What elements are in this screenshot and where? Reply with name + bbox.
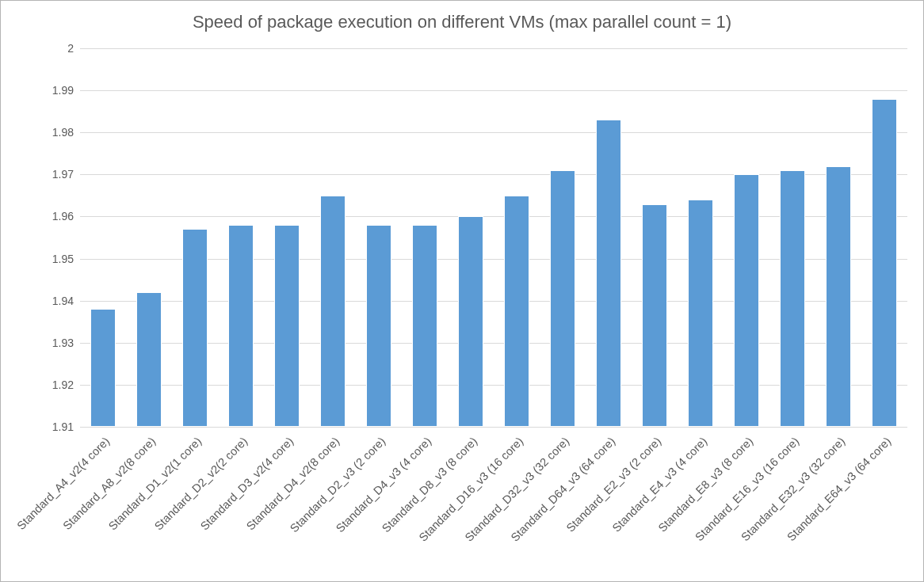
x-axis-labels: Standard_A4_v2(4 core)Standard_A8_v2(8 c…: [80, 428, 907, 582]
bar: [596, 120, 621, 427]
bar-slot: [172, 48, 218, 427]
bar-slot: [724, 48, 769, 427]
bar: [228, 225, 254, 427]
bar: [458, 216, 483, 427]
bar-slot: [540, 48, 586, 427]
y-tick-label: 1.99: [26, 84, 74, 97]
bar-slot: [448, 48, 494, 427]
bar-slot: [126, 48, 172, 427]
bar-slot: [494, 48, 540, 427]
plot-area: [80, 48, 907, 427]
bar: [504, 196, 529, 427]
bar-slot: [678, 48, 724, 427]
bar: [872, 99, 897, 427]
bar-slot: [586, 48, 632, 427]
bar-slot: [218, 48, 264, 427]
y-tick-label: 1.92: [26, 378, 74, 391]
chart-title: Speed of package execution on different …: [1, 12, 923, 32]
y-tick-label: 1.94: [26, 295, 74, 307]
y-tick-label: 1.96: [26, 210, 74, 223]
grid-line: [80, 427, 907, 428]
bar: [136, 292, 162, 427]
x-label-slot: Standard_E64_v3 (64 core): [861, 428, 907, 582]
chart-container: Speed of package execution on different …: [0, 0, 924, 582]
bar: [734, 174, 759, 427]
y-tick-label: 1.91: [26, 420, 74, 433]
y-tick-label: 1.95: [26, 253, 74, 265]
bar: [412, 225, 437, 427]
bar: [274, 225, 300, 427]
bar-slot: [402, 48, 448, 427]
bar: [366, 225, 391, 427]
bar-slot: [861, 48, 907, 427]
y-tick-label: 1.97: [26, 168, 74, 181]
bar: [90, 309, 116, 427]
bars-group: [80, 48, 907, 427]
y-tick-label: 1.93: [26, 337, 74, 349]
bar-slot: [310, 48, 356, 427]
y-tick-label: 1.98: [26, 126, 74, 139]
bar: [780, 170, 805, 427]
bar: [688, 200, 713, 427]
x-tick-label: Standard_A4_v2(4 core): [14, 435, 112, 532]
bar-slot: [80, 48, 126, 427]
bar: [826, 166, 851, 427]
y-tick-label: 2: [26, 42, 74, 55]
bar: [550, 170, 575, 427]
bar: [320, 196, 346, 427]
bar-slot: [769, 48, 815, 427]
bar-slot: [264, 48, 310, 427]
bar: [182, 229, 208, 427]
bar-slot: [632, 48, 678, 427]
bar-slot: [356, 48, 402, 427]
bar: [642, 204, 667, 427]
bar-slot: [815, 48, 861, 427]
